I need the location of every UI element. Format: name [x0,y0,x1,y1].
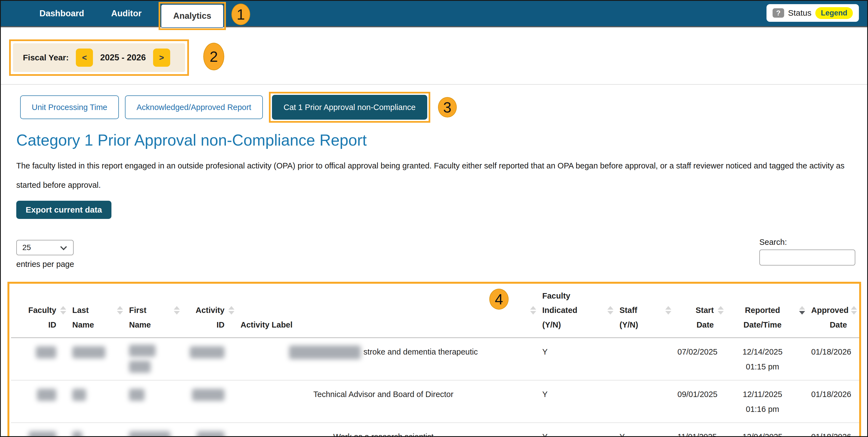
page-title: Category 1 Prior Approval non-Compliance… [16,131,867,149]
callout-box-2: Fiscal Year: < 2025 - 2026 > [9,39,189,76]
annotation-callout-4: 4 [489,289,508,310]
cell-activity-label: stroke and dementia therapeutic [237,338,538,380]
cell-faculty-id-redacted [11,338,68,380]
sort-icon[interactable] [718,306,724,315]
annotation-callout-3: 3 [438,97,457,118]
app-window: Dashboard Auditor Analytics 1 ? Status L… [0,0,868,437]
fiscal-year-next-button[interactable]: > [153,49,170,67]
cell-activity-label: Work as a research scientist [237,423,538,437]
legend-badge[interactable]: Legend [815,7,853,19]
table-row: Work as a research scientist Y Y 11/01/2… [11,423,859,437]
tab-unit-processing-time[interactable]: Unit Processing Time [20,95,119,119]
table-row: stroke and dementia therapeutic Y 07/02/… [11,338,859,380]
column-header-faculty-indicated[interactable]: FacultyIndicated(Y/N) [538,284,616,338]
cell-activity-label: Technical Advisor and Board of Director [237,380,538,423]
search-label: Search: [759,238,855,247]
section-divider [1,84,867,85]
cell-approved-date: 01/18/2026 [807,423,859,437]
column-header-last-name[interactable]: LastName [68,284,125,338]
cell-start-date: 09/01/2025 [674,380,726,423]
entries-per-page-label: entries per page [16,260,74,269]
cell-start-date: 11/01/2025 [674,423,726,437]
cell-staff [616,338,674,380]
cell-last-name-redacted [68,423,125,437]
cell-last-name-redacted [68,380,125,423]
callout-box-1: Analytics [159,2,226,30]
sort-icon[interactable] [665,306,671,315]
cell-first-name-redacted [125,423,182,437]
cell-start-date: 07/02/2025 [674,338,726,380]
cell-activity-id-redacted [182,423,237,437]
search-input[interactable] [759,250,855,266]
table-row: Technical Advisor and Board of Director … [11,380,859,423]
tab-cat1-prior-approval-active[interactable]: Cat 1 Prior Approval non-Compliance [272,95,427,120]
cell-approved-date: 01/18/2026 [807,338,859,380]
sort-icon[interactable] [607,306,613,315]
column-header-faculty-id[interactable]: FacultyID [11,284,68,338]
cell-approved-date: 01/18/2026 [807,380,859,423]
report-description: The faculty listed in this report engage… [16,156,856,195]
sort-icon[interactable] [117,306,123,315]
cell-activity-id-redacted [182,380,237,423]
cell-reported-datetime: 12/11/202501:16 pm [726,380,807,423]
annotation-callout-2: 2 [203,43,224,70]
search-group: Search: [759,238,855,266]
column-header-approved-date[interactable]: ApprovedDate [807,284,859,338]
sort-icon-active-desc[interactable] [799,306,805,315]
cell-first-name-redacted [125,380,182,423]
sort-icon[interactable] [530,306,536,315]
report-tab-buttons: Unit Processing Time Acknowledged/Approv… [20,92,867,123]
fiscal-year-prev-button[interactable]: < [76,49,93,67]
callout-box-4: 4 FacultyID LastName [7,282,861,437]
cell-activity-id-redacted [182,338,237,380]
sort-icon[interactable] [60,306,66,315]
sort-icon[interactable] [174,306,180,315]
sort-icon[interactable] [228,306,235,315]
status-label: Status [788,8,811,18]
fiscal-year-panel: Fiscal Year: < 2025 - 2026 > [13,43,185,72]
column-header-staff[interactable]: Staff(Y/N) [616,284,674,338]
fiscal-year-value: 2025 - 2026 [100,53,146,63]
column-header-activity-id[interactable]: ActivityID [182,284,237,338]
cell-faculty-indicated: Y [538,423,616,437]
callout-box-3: Cat 1 Prior Approval non-Compliance [269,92,430,123]
table-header-row: FacultyID LastName FirstName ActivityID [11,284,859,338]
entries-per-page-value: 25 [22,243,31,252]
cell-faculty-indicated: Y [538,338,616,380]
cell-faculty-indicated: Y [538,380,616,423]
status-legend-widget: ? Status Legend [767,4,859,22]
column-header-first-name[interactable]: FirstName [125,284,182,338]
fiscal-year-label: Fiscal Year: [23,53,69,62]
cell-reported-datetime: 12/14/202501:15 pm [726,338,807,380]
nav-item-analytics-active[interactable]: Analytics [161,4,224,28]
cell-first-name-redacted [125,338,182,380]
question-mark-icon: ? [773,8,784,18]
cell-last-name-redacted [68,338,125,380]
nav-item-auditor[interactable]: Auditor [111,1,142,26]
chevron-down-icon [60,244,67,250]
annotation-callout-1: 1 [231,4,250,25]
sort-icon[interactable] [851,306,857,315]
cell-staff: Y [616,423,674,437]
noncompliance-table: FacultyID LastName FirstName ActivityID [11,284,859,437]
fiscal-year-section: Fiscal Year: < 2025 - 2026 > 2 [9,39,189,76]
entries-per-page-select[interactable]: 25 [16,240,74,255]
nav-item-dashboard[interactable]: Dashboard [39,1,84,26]
export-current-data-button[interactable]: Export current data [16,201,112,219]
column-header-start-date[interactable]: StartDate [674,284,726,338]
cell-faculty-id-redacted [11,380,68,423]
top-navbar: Dashboard Auditor Analytics 1 ? Status L… [1,1,867,27]
tab-acknowledged-approved-report[interactable]: Acknowledged/Approved Report [125,95,263,119]
table-controls: 25 entries per page Search: [1,240,867,270]
cell-reported-datetime: 12/04/202511:46 am [726,423,807,437]
cell-staff [616,380,674,423]
cell-faculty-id-redacted [11,423,68,437]
column-header-reported-datetime[interactable]: ReportedDate/Time [726,284,807,338]
